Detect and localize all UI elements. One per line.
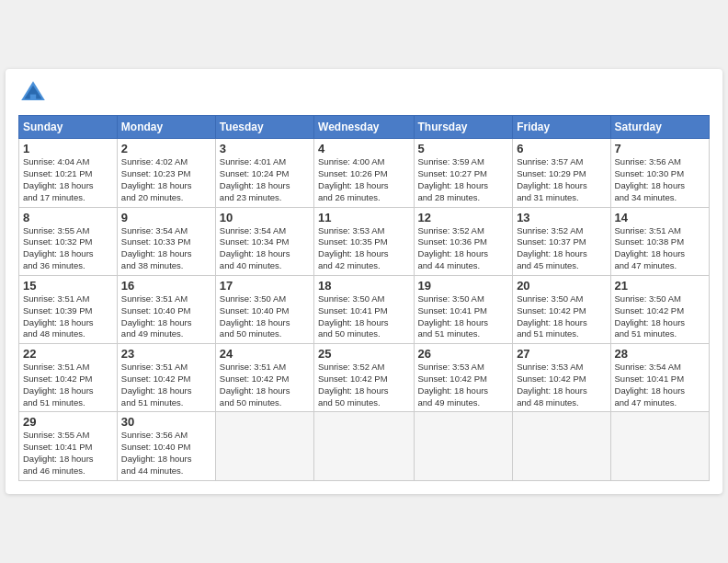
day-number: 10: [220, 211, 310, 224]
calendar-day: [610, 412, 709, 480]
calendar-day: 11Sunrise: 3:53 AM Sunset: 10:35 PM Dayl…: [314, 207, 414, 275]
day-info: Sunrise: 3:52 AM Sunset: 10:37 PM Daylig…: [517, 225, 606, 272]
calendar-week-2: 8Sunrise: 3:55 AM Sunset: 10:32 PM Dayli…: [19, 207, 710, 275]
calendar-day: 6Sunrise: 3:57 AM Sunset: 10:29 PM Dayli…: [513, 139, 610, 207]
day-number: 5: [418, 142, 509, 155]
day-number: 6: [517, 142, 606, 155]
calendar-day: [414, 412, 513, 480]
calendar-day: 23Sunrise: 3:51 AM Sunset: 10:42 PM Dayl…: [117, 344, 215, 412]
day-info: Sunrise: 3:50 AM Sunset: 10:42 PM Daylig…: [517, 293, 606, 340]
day-info: Sunrise: 3:50 AM Sunset: 10:42 PM Daylig…: [615, 293, 705, 340]
day-number: 2: [121, 142, 211, 155]
day-number: 4: [318, 142, 409, 155]
day-info: Sunrise: 3:51 AM Sunset: 10:42 PM Daylig…: [220, 362, 310, 408]
day-number: 1: [23, 142, 113, 155]
day-number: 28: [615, 347, 705, 361]
calendar-day: 18Sunrise: 3:50 AM Sunset: 10:41 PM Dayl…: [314, 275, 414, 343]
calendar-day: 8Sunrise: 3:55 AM Sunset: 10:32 PM Dayli…: [19, 207, 118, 275]
calendar-day: 13Sunrise: 3:52 AM Sunset: 10:37 PM Dayl…: [513, 207, 610, 275]
calendar-day: 24Sunrise: 3:51 AM Sunset: 10:42 PM Dayl…: [215, 344, 313, 412]
calendar-day: 16Sunrise: 3:51 AM Sunset: 10:40 PM Dayl…: [117, 275, 215, 343]
weekday-header-saturday: Saturday: [610, 116, 709, 139]
day-number: 13: [517, 211, 606, 224]
day-number: 24: [220, 347, 310, 361]
day-info: Sunrise: 3:56 AM Sunset: 10:40 PM Daylig…: [121, 430, 211, 477]
calendar-day: [513, 412, 610, 480]
calendar-day: 1Sunrise: 4:04 AM Sunset: 10:21 PM Dayli…: [19, 139, 118, 207]
day-number: 8: [23, 211, 113, 224]
day-number: 19: [418, 279, 509, 293]
day-info: Sunrise: 3:51 AM Sunset: 10:42 PM Daylig…: [121, 362, 211, 408]
calendar-day: 10Sunrise: 3:54 AM Sunset: 10:34 PM Dayl…: [215, 207, 313, 275]
day-number: 7: [615, 142, 705, 155]
weekday-header-wednesday: Wednesday: [314, 116, 414, 139]
calendar-day: 3Sunrise: 4:01 AM Sunset: 10:24 PM Dayli…: [215, 139, 313, 207]
calendar-day: 27Sunrise: 3:53 AM Sunset: 10:42 PM Dayl…: [513, 344, 610, 412]
svg-rect-2: [30, 95, 36, 100]
calendar-container: SundayMondayTuesdayWednesdayThursdayFrid…: [6, 69, 722, 493]
calendar-day: 2Sunrise: 4:02 AM Sunset: 10:23 PM Dayli…: [117, 139, 215, 207]
day-info: Sunrise: 3:51 AM Sunset: 10:38 PM Daylig…: [615, 225, 705, 272]
day-number: 21: [615, 279, 705, 293]
day-number: 30: [121, 415, 211, 429]
day-number: 27: [517, 347, 606, 361]
calendar-week-1: 1Sunrise: 4:04 AM Sunset: 10:21 PM Dayli…: [19, 139, 710, 207]
day-info: Sunrise: 3:51 AM Sunset: 10:40 PM Daylig…: [121, 293, 211, 340]
calendar-week-5: 29Sunrise: 3:55 AM Sunset: 10:41 PM Dayl…: [19, 412, 710, 480]
logo-icon: [18, 78, 48, 108]
day-info: Sunrise: 4:02 AM Sunset: 10:23 PM Daylig…: [121, 156, 211, 203]
day-info: Sunrise: 3:56 AM Sunset: 10:30 PM Daylig…: [615, 156, 705, 203]
day-number: 17: [220, 279, 310, 293]
weekday-header-thursday: Thursday: [414, 116, 513, 139]
logo: [18, 78, 51, 108]
day-info: Sunrise: 3:53 AM Sunset: 10:42 PM Daylig…: [517, 362, 606, 408]
day-number: 18: [318, 279, 409, 293]
day-number: 29: [23, 415, 113, 429]
calendar-day: 14Sunrise: 3:51 AM Sunset: 10:38 PM Dayl…: [610, 207, 709, 275]
day-info: Sunrise: 3:50 AM Sunset: 10:41 PM Daylig…: [418, 293, 509, 340]
calendar-day: 30Sunrise: 3:56 AM Sunset: 10:40 PM Dayl…: [117, 412, 215, 480]
weekday-header-friday: Friday: [513, 116, 610, 139]
day-info: Sunrise: 3:54 AM Sunset: 10:34 PM Daylig…: [220, 225, 310, 272]
day-info: Sunrise: 3:53 AM Sunset: 10:42 PM Daylig…: [418, 362, 509, 408]
calendar-day: 4Sunrise: 4:00 AM Sunset: 10:26 PM Dayli…: [314, 139, 414, 207]
weekday-header-sunday: Sunday: [19, 116, 118, 139]
day-info: Sunrise: 3:54 AM Sunset: 10:41 PM Daylig…: [615, 362, 705, 408]
day-number: 22: [23, 347, 113, 361]
day-info: Sunrise: 3:57 AM Sunset: 10:29 PM Daylig…: [517, 156, 606, 203]
calendar-day: 9Sunrise: 3:54 AM Sunset: 10:33 PM Dayli…: [117, 207, 215, 275]
day-info: Sunrise: 3:53 AM Sunset: 10:35 PM Daylig…: [318, 225, 409, 272]
day-info: Sunrise: 3:52 AM Sunset: 10:36 PM Daylig…: [418, 225, 509, 272]
day-number: 3: [220, 142, 310, 155]
day-info: Sunrise: 3:59 AM Sunset: 10:27 PM Daylig…: [418, 156, 509, 203]
calendar-day: 19Sunrise: 3:50 AM Sunset: 10:41 PM Dayl…: [414, 275, 513, 343]
calendar-week-4: 22Sunrise: 3:51 AM Sunset: 10:42 PM Dayl…: [19, 344, 710, 412]
calendar-day: 20Sunrise: 3:50 AM Sunset: 10:42 PM Dayl…: [513, 275, 610, 343]
day-info: Sunrise: 3:50 AM Sunset: 10:40 PM Daylig…: [220, 293, 310, 340]
weekday-header-monday: Monday: [117, 116, 215, 139]
calendar-day: 12Sunrise: 3:52 AM Sunset: 10:36 PM Dayl…: [414, 207, 513, 275]
day-info: Sunrise: 3:50 AM Sunset: 10:41 PM Daylig…: [318, 293, 409, 340]
calendar-day: 29Sunrise: 3:55 AM Sunset: 10:41 PM Dayl…: [19, 412, 118, 480]
day-number: 12: [418, 211, 509, 224]
day-info: Sunrise: 3:51 AM Sunset: 10:42 PM Daylig…: [23, 362, 113, 408]
header: [18, 78, 710, 108]
calendar-day: 5Sunrise: 3:59 AM Sunset: 10:27 PM Dayli…: [414, 139, 513, 207]
calendar-day: 25Sunrise: 3:52 AM Sunset: 10:42 PM Dayl…: [314, 344, 414, 412]
day-number: 9: [121, 211, 211, 224]
weekday-header-tuesday: Tuesday: [215, 116, 313, 139]
day-info: Sunrise: 4:04 AM Sunset: 10:21 PM Daylig…: [23, 156, 113, 203]
day-number: 25: [318, 347, 409, 361]
day-number: 11: [318, 211, 409, 224]
day-info: Sunrise: 4:00 AM Sunset: 10:26 PM Daylig…: [318, 156, 409, 203]
day-number: 14: [615, 211, 705, 224]
calendar-day: 7Sunrise: 3:56 AM Sunset: 10:30 PM Dayli…: [610, 139, 709, 207]
day-number: 23: [121, 347, 211, 361]
calendar-day: [314, 412, 414, 480]
day-number: 16: [121, 279, 211, 293]
day-number: 20: [517, 279, 606, 293]
day-info: Sunrise: 3:51 AM Sunset: 10:39 PM Daylig…: [23, 293, 113, 340]
day-number: 15: [23, 279, 113, 293]
weekday-header-row: SundayMondayTuesdayWednesdayThursdayFrid…: [19, 116, 710, 139]
day-info: Sunrise: 3:55 AM Sunset: 10:41 PM Daylig…: [23, 430, 113, 477]
